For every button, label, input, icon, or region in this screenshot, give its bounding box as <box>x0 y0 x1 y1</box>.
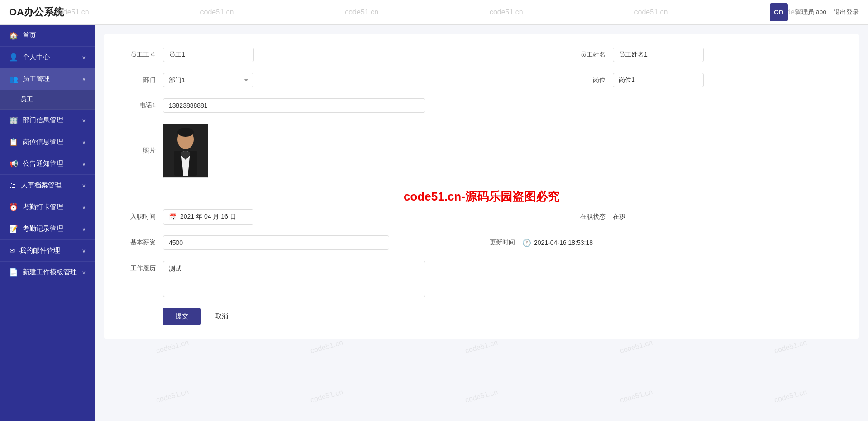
position-input[interactable] <box>613 73 704 87</box>
sidebar-item-personal[interactable]: 👤 个人中心 ∨ <box>0 47 95 68</box>
chevron-down-icon: ∨ <box>82 226 86 232</box>
record-icon: 📝 <box>9 225 18 233</box>
sidebar-item-label: 人事档案管理 <box>21 181 62 190</box>
main-content: code51.cn code51.cn code51.cn code51.cn … <box>95 25 868 421</box>
employee-id-label: 员工工号 <box>122 51 163 59</box>
status-value: 在职 <box>613 213 625 221</box>
form-container: 员工工号 员工姓名 部门 部门1 岗位 <box>104 34 859 339</box>
update-time-label: 更新时间 <box>486 239 522 247</box>
sidebar-item-mail-mgmt[interactable]: ✉ 我的邮件管理 ∨ <box>0 240 95 262</box>
position-label: 岗位 <box>572 76 613 84</box>
base-salary-label: 基本薪资 <box>122 239 163 247</box>
logout-button[interactable]: 退出登录 <box>834 8 859 16</box>
hire-date-value: 2021 年 04 月 16 日 <box>180 213 236 221</box>
sidebar-item-notice-mgmt[interactable]: 📢 公告通知管理 ∨ <box>0 153 95 175</box>
submit-button[interactable]: 提交 <box>163 308 201 325</box>
position-icon: 📋 <box>9 138 18 146</box>
update-time-value: 2021-04-16 18:53:18 <box>534 239 593 246</box>
avatar: CO <box>770 3 788 21</box>
template-icon: 📄 <box>9 268 18 277</box>
chevron-up-icon: ∧ <box>82 76 86 82</box>
chevron-down-icon: ∨ <box>82 161 86 167</box>
form-row-salary: 基本薪资 更新时间 🕐 2021-04-16 18:53:18 <box>122 235 841 250</box>
sidebar: 🏠 首页 👤 个人中心 ∨ 👥 员工管理 ∧ 员工 🏢 <box>0 25 95 421</box>
employee-id-input[interactable] <box>163 48 254 62</box>
chevron-down-icon: ∨ <box>82 117 86 124</box>
phone-input[interactable] <box>163 98 425 113</box>
sidebar-item-hr-mgmt[interactable]: 🗂 人事档案管理 ∨ <box>0 175 95 196</box>
sidebar-item-label: 部门信息管理 <box>23 116 63 124</box>
sidebar-item-label: 首页 <box>23 31 36 40</box>
form-row-hire-date: 入职时间 📅 2021 年 04 月 16 日 在职状态 在职 <box>122 209 841 225</box>
employee-name-input[interactable] <box>613 48 704 62</box>
svg-point-3 <box>177 128 194 137</box>
personal-icon: 👤 <box>9 53 18 62</box>
chevron-down-icon: ∨ <box>82 182 86 189</box>
chevron-down-icon: ∨ <box>82 248 86 254</box>
dept-select[interactable]: 部门1 <box>163 73 253 87</box>
sidebar-item-label: 考勤打卡管理 <box>23 203 63 211</box>
hr-icon: 🗂 <box>9 182 16 190</box>
sidebar-sub-item-employee[interactable]: 员工 <box>0 90 95 110</box>
sidebar-item-label: 公告通知管理 <box>23 159 63 168</box>
chevron-down-icon: ∨ <box>82 54 86 61</box>
cancel-button[interactable]: 取消 <box>208 308 235 325</box>
form-row-photo: 照片 <box>122 124 841 178</box>
status-label: 在职状态 <box>572 213 613 221</box>
form-row-dept: 部门 部门1 岗位 <box>122 73 841 87</box>
sidebar-item-template-mgmt[interactable]: 📄 新建工作模板管理 ∨ <box>0 262 95 283</box>
person-silhouette <box>167 126 204 176</box>
base-salary-input[interactable] <box>163 235 389 250</box>
sidebar-item-attendance-mgmt[interactable]: ⏰ 考勤打卡管理 ∨ <box>0 196 95 218</box>
sidebar-item-label: 新建工作模板管理 <box>23 268 77 277</box>
admin-label: 管理员 abo <box>795 8 826 16</box>
notice-icon: 📢 <box>9 159 18 168</box>
header: OA办公系统 code51.cn code51.cn code51.cn cod… <box>0 0 868 25</box>
photo-label: 照片 <box>122 147 163 155</box>
hire-date-label: 入职时间 <box>122 213 163 221</box>
sidebar-item-label: 岗位信息管理 <box>23 138 63 146</box>
photo-upload[interactable] <box>163 124 208 178</box>
sidebar-item-label: 个人中心 <box>23 53 50 62</box>
sidebar-item-employee-mgmt[interactable]: 👥 员工管理 ∧ <box>0 68 95 90</box>
header-right: CO 管理员 abo 退出登录 <box>770 3 859 21</box>
dept-label: 部门 <box>122 76 163 84</box>
attendance-icon: ⏰ <box>9 203 18 211</box>
copyright-watermark: code51.cn-源码乐园盗图必究 <box>122 189 841 205</box>
work-history-textarea[interactable]: 测试 <box>163 261 425 297</box>
sidebar-item-label: 我的邮件管理 <box>19 246 60 255</box>
layout: 🏠 首页 👤 个人中心 ∨ 👥 员工管理 ∧ 员工 🏢 <box>0 25 868 421</box>
calendar-icon: 📅 <box>169 213 176 220</box>
sidebar-item-home[interactable]: 🏠 首页 <box>0 25 95 47</box>
header-watermark: code51.cn code51.cn code51.cn code51.cn … <box>0 0 868 24</box>
sidebar-item-position-mgmt[interactable]: 📋 岗位信息管理 ∨ <box>0 131 95 153</box>
clock-icon: 🕐 <box>522 239 531 247</box>
sidebar-sub-employee: 员工 <box>0 90 95 110</box>
form-row-employee-id: 员工工号 员工姓名 <box>122 48 841 62</box>
hire-date-picker[interactable]: 📅 2021 年 04 月 16 日 <box>163 209 253 225</box>
employee-icon: 👥 <box>9 75 18 83</box>
employee-name-label: 员工姓名 <box>572 51 613 59</box>
chevron-down-icon: ∨ <box>82 139 86 145</box>
home-icon: 🏠 <box>9 31 18 40</box>
phone-label: 电话1 <box>122 101 163 110</box>
copyright-text: code51.cn-源码乐园盗图必究 <box>404 190 559 203</box>
button-row: 提交 取消 <box>122 308 841 325</box>
chevron-down-icon: ∨ <box>82 269 86 276</box>
work-history-label: 工作履历 <box>122 261 163 273</box>
sidebar-item-dept-mgmt[interactable]: 🏢 部门信息管理 ∨ <box>0 110 95 131</box>
sidebar-item-label: 考勤记录管理 <box>23 225 63 233</box>
dept-icon: 🏢 <box>9 116 18 124</box>
chevron-down-icon: ∨ <box>82 204 86 210</box>
sidebar-item-label: 员工管理 <box>23 75 50 83</box>
form-row-phone: 电话1 <box>122 98 841 113</box>
app-title: OA办公系统 <box>9 5 64 19</box>
sidebar-item-attendance-record[interactable]: 📝 考勤记录管理 ∨ <box>0 218 95 240</box>
mail-icon: ✉ <box>9 246 15 255</box>
form-row-work-history: 工作履历 测试 <box>122 261 841 297</box>
